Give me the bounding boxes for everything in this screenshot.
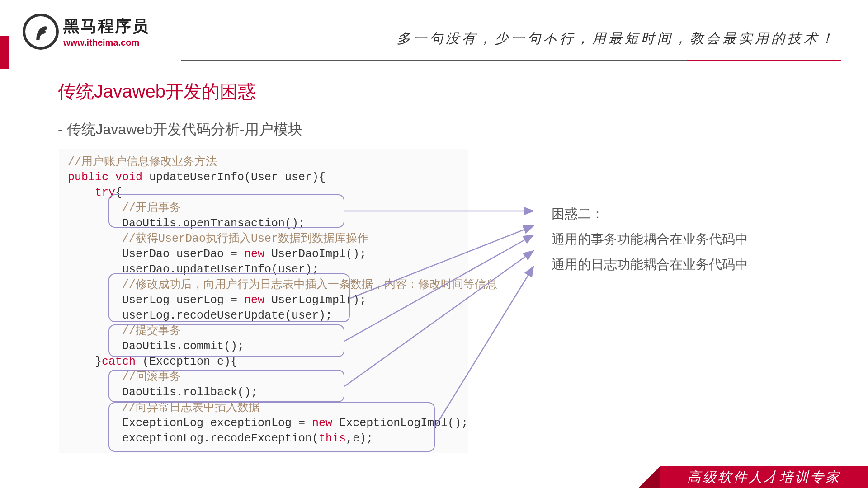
highlight-userlog: [108, 273, 350, 322]
code-kw: public: [68, 171, 115, 184]
code-text: updateUserInfo(User user){: [149, 171, 326, 184]
highlight-rollback: [108, 370, 344, 402]
code-text: [68, 186, 95, 199]
slogan: 多一句没有，少一句不行，用最短时间，教会最实用的技术！: [397, 29, 836, 48]
confusion-heading: 困惑二：: [552, 201, 748, 226]
code-text: UserDao userDao =: [122, 248, 244, 261]
code-kw: new: [244, 248, 271, 261]
footer-bar: 高级软件人才培训专家: [660, 466, 868, 488]
footer-text: 高级软件人才培训专家: [687, 468, 841, 487]
page-subtitle: - 传统Javaweb开发代码分析-用户模块: [58, 120, 302, 140]
highlight-exceptionlog: [108, 402, 435, 452]
logo-text: 黑马程序员 www.itheima.com: [63, 15, 149, 48]
code-kw: void: [115, 171, 149, 184]
header: 黑马程序员 www.itheima.com 多一句没有，少一句不行，用最短时间，…: [0, 9, 868, 54]
brand-name: 黑马程序员: [63, 15, 149, 38]
confusion-panel: 困惑二： 通用的事务功能耦合在业务代码中 通用的日志功能耦合在业务代码中: [552, 201, 748, 277]
brand-url: www.itheima.com: [63, 38, 149, 48]
page-title: 传统Javaweb开发的困惑: [58, 79, 256, 104]
code-text: (Exception e){: [142, 355, 237, 368]
highlight-transaction-open: [108, 194, 344, 228]
confusion-line-1: 通用的事务功能耦合在业务代码中: [552, 226, 748, 252]
code-comment: //用户账户信息修改业务方法: [68, 155, 217, 169]
code-kw: catch: [102, 355, 142, 368]
confusion-line-2: 通用的日志功能耦合在业务代码中: [552, 252, 748, 277]
code-text: }: [95, 355, 102, 368]
code-comment: //获得UserDao执行插入User数据到数据库操作: [122, 232, 368, 245]
logo: 黑马程序员 www.itheima.com: [23, 14, 149, 50]
footer-triangle: [638, 466, 660, 488]
code-text: UserDaoImpl();: [271, 248, 366, 261]
horse-icon: [23, 14, 59, 50]
highlight-commit: [108, 324, 344, 357]
header-rule-accent: [687, 60, 841, 61]
